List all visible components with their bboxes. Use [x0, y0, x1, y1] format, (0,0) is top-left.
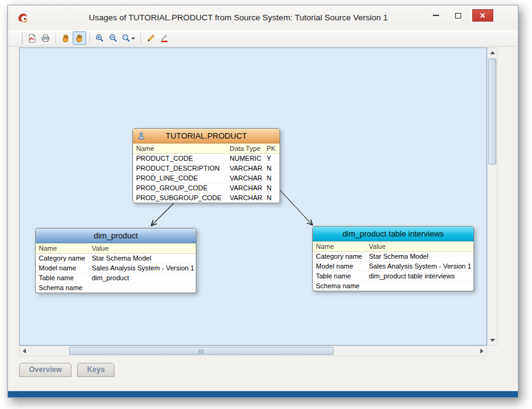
- app-window: Usages of TUTORIAL.PRODUCT from Source S…: [7, 5, 518, 398]
- pan-hand-active-icon: [75, 33, 84, 43]
- table-row[interactable]: PROD_LINE_CODE VARCHAR N: [133, 173, 280, 183]
- column-header: Name: [36, 243, 89, 253]
- zoom-in-icon: [95, 33, 105, 43]
- scrollbar-grip-icon: [199, 349, 204, 354]
- app-icon: [17, 12, 29, 24]
- cell-datatype: NUMERIC: [227, 153, 264, 163]
- relationship-arrow-dim-product: [151, 203, 174, 225]
- horizontal-scrollbar[interactable]: [19, 346, 487, 356]
- scroll-down-icon: [490, 339, 495, 342]
- cell-name: PROD_GROUP_CODE: [133, 183, 227, 193]
- edit-pencil-icon: [146, 33, 156, 43]
- entity-header[interactable]: dim_product: [36, 229, 196, 243]
- vertical-scrollbar-thumb[interactable]: [488, 59, 496, 164]
- cell-value: Sales Analysis System - Version 1: [366, 261, 474, 271]
- entity-title: dim_product: [94, 231, 138, 240]
- table-row[interactable]: Category name Star Schema Model: [313, 251, 474, 261]
- pan-select-button[interactable]: [73, 31, 86, 45]
- entity-header[interactable]: dim_product table interviews: [313, 227, 474, 241]
- zoom-out-button[interactable]: [107, 31, 120, 45]
- close-button[interactable]: ×: [472, 9, 493, 22]
- cell-datatype: VARCHAR: [227, 193, 264, 203]
- titlebar[interactable]: Usages of TUTORIAL.PRODUCT from Source S…: [8, 6, 518, 30]
- relationship-arrow-dim-product-interviews: [280, 190, 312, 225]
- cell-name: Schema name: [36, 283, 89, 293]
- table-row[interactable]: PROD_SUBGROUP_CODE VARCHAR N: [133, 193, 280, 203]
- cell-name: PROD_SUBGROUP_CODE: [133, 193, 227, 203]
- cell-value: [366, 281, 474, 291]
- cell-name: Model name: [36, 263, 89, 273]
- table-row[interactable]: Table name dim_product table interviews: [313, 271, 474, 281]
- edit-color-button[interactable]: [158, 31, 171, 45]
- entity-title: dim_product table interviews: [342, 229, 444, 238]
- edit-pencil-button[interactable]: [144, 31, 158, 45]
- entity-property-table: Name Value Category name Star Schema Mod…: [36, 243, 196, 293]
- zoom-out-icon: [108, 33, 118, 43]
- cell-value: Star Schema Model: [366, 251, 474, 261]
- tab-overview[interactable]: Overview: [19, 363, 71, 377]
- table-row[interactable]: PROD_GROUP_CODE VARCHAR N: [133, 183, 280, 193]
- edit-color-icon: [159, 33, 169, 43]
- maximize-button[interactable]: [450, 9, 466, 22]
- cell-pk: N: [264, 173, 280, 183]
- scroll-up-button[interactable]: [488, 48, 497, 57]
- scroll-left-icon: [23, 349, 26, 354]
- table-row[interactable]: Model name Sales Analysis System - Versi…: [36, 263, 196, 273]
- toolbar-grip: [22, 33, 23, 44]
- table-row[interactable]: PRODUCT_DESCRIPTION VARCHAR N: [133, 163, 280, 173]
- minimize-button[interactable]: [428, 9, 444, 22]
- entity-dim-product[interactable]: dim_product Name Value Category n: [35, 228, 196, 293]
- table-row[interactable]: Category name Star Schema Model: [36, 253, 196, 263]
- cell-datatype: VARCHAR: [227, 163, 264, 173]
- cell-pk: N: [264, 193, 280, 203]
- toolbar-separator: [140, 33, 141, 44]
- print-button[interactable]: [39, 31, 52, 45]
- zoom-in-button[interactable]: [93, 31, 107, 45]
- table-row[interactable]: Schema name: [36, 283, 196, 293]
- tab-keys[interactable]: Keys: [77, 363, 115, 377]
- diagram-canvas[interactable]: TUTORIAL.PRODUCT Name Data Type PK: [19, 47, 487, 346]
- diagram-area: TUTORIAL.PRODUCT Name Data Type PK: [19, 47, 498, 356]
- table-header-row: Name Value: [313, 241, 474, 251]
- cell-name: Schema name: [313, 281, 366, 291]
- table-row[interactable]: Model name Sales Analysis System - Versi…: [313, 261, 474, 271]
- scroll-up-icon: [490, 51, 495, 54]
- cell-pk: Y: [264, 153, 280, 163]
- desktop: Usages of TUTORIAL.PRODUCT from Source S…: [0, 0, 532, 409]
- cell-name: Table name: [36, 273, 89, 283]
- cell-value: dim_product table interviews: [366, 271, 474, 281]
- entity-tutorial-product[interactable]: TUTORIAL.PRODUCT Name Data Type PK: [132, 128, 280, 203]
- scroll-left-button[interactable]: [20, 346, 29, 355]
- table-row[interactable]: PRODUCT_CODE NUMERIC Y: [133, 153, 280, 163]
- cell-value: dim_product: [89, 273, 196, 283]
- table-row[interactable]: Table name dim_product: [36, 273, 196, 283]
- table-row[interactable]: Schema name: [313, 281, 474, 291]
- entity-dim-product-table-interviews[interactable]: dim_product table interviews Name Value: [312, 226, 474, 291]
- cell-name: PRODUCT_DESCRIPTION: [133, 163, 227, 173]
- cell-datatype: VARCHAR: [227, 183, 264, 193]
- table-header-row: Name Value: [36, 243, 196, 253]
- horizontal-scrollbar-thumb[interactable]: [69, 347, 334, 355]
- cell-name: Category name: [313, 251, 366, 261]
- pdf-export-button[interactable]: [25, 31, 39, 45]
- toolbar: [8, 30, 518, 47]
- cell-value: [89, 283, 196, 293]
- scroll-right-button[interactable]: [477, 346, 486, 355]
- view-tabs: Overview Keys: [19, 363, 115, 377]
- toolbar-separator: [89, 33, 90, 44]
- cell-pk: N: [264, 183, 280, 193]
- vertical-scrollbar[interactable]: [487, 47, 498, 346]
- maximize-icon: [455, 13, 461, 18]
- scroll-right-icon: [480, 349, 483, 354]
- column-header: Data Type: [227, 144, 264, 153]
- window-title: Usages of TUTORIAL.PRODUCT from Source S…: [45, 6, 432, 30]
- cell-name: Model name: [313, 261, 366, 271]
- zoom-menu-button[interactable]: [120, 31, 137, 45]
- cell-name: PRODUCT_CODE: [133, 153, 227, 163]
- pan-button[interactable]: [59, 31, 73, 45]
- entity-header[interactable]: TUTORIAL.PRODUCT: [133, 129, 280, 144]
- print-icon: [41, 33, 50, 43]
- entity-attribute-table: Name Data Type PK PRODUCT_CODE NUMERIC Y: [133, 144, 280, 203]
- scroll-down-button[interactable]: [488, 336, 497, 345]
- column-header: PK: [264, 144, 280, 153]
